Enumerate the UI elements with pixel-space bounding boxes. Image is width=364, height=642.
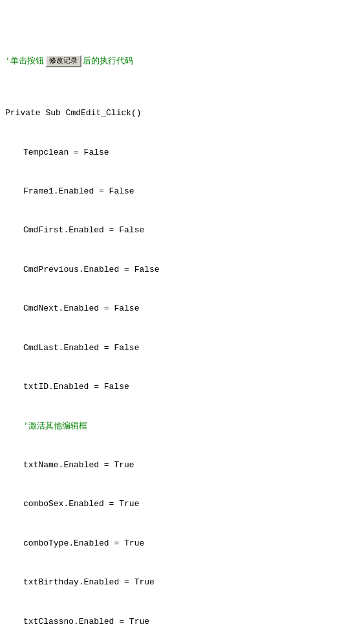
code-line: CmdFirst.Enabled = False [5, 224, 359, 237]
code-line: Private Sub CmdEdit_Click() [5, 107, 359, 120]
code-text: txtName.Enabled = True [23, 459, 134, 472]
comment-line-1: '单击按钮 修改记录 后的执行代码 [5, 55, 359, 68]
code-text: comboSex.Enabled = True [23, 498, 139, 511]
code-container: '单击按钮 修改记录 后的执行代码 Private Sub CmdEdit_Cl… [0, 0, 364, 642]
comment-line: '激活其他编辑框 [5, 420, 359, 433]
code-text: txtID.Enabled = False [23, 381, 129, 393]
code-line: CmdPrevious.Enabled = False [5, 263, 359, 276]
code-text: '激活其他编辑框 [23, 420, 87, 433]
code-text: Private Sub CmdEdit_Click() [5, 107, 142, 120]
edit-record-button[interactable]: 修改记录 [45, 55, 81, 67]
code-line: Tempclean = False [5, 146, 359, 159]
comment-suffix-1: 后的执行代码 [83, 55, 133, 68]
code-line: comboSex.Enabled = True [5, 498, 359, 511]
comment-prefix-1: '单击按钮 [5, 55, 44, 68]
code-line: comboType.Enabled = True [5, 537, 359, 550]
code-line: txtBirthday.Enabled = True [5, 576, 359, 589]
code-text: txtClassno.Enabled = True [23, 615, 149, 628]
code-line: txtName.Enabled = True [5, 459, 359, 472]
code-text: txtBirthday.Enabled = True [23, 576, 155, 589]
code-text: Frame1.Enabled = False [23, 185, 134, 198]
code-text: comboType.Enabled = True [23, 537, 144, 550]
code-line: txtClassno.Enabled = True [5, 615, 359, 628]
code-text: CmdLast.Enabled = False [23, 342, 139, 355]
code-line: Frame1.Enabled = False [5, 185, 359, 198]
code-line: txtID.Enabled = False [5, 381, 359, 393]
code-line: CmdLast.Enabled = False [5, 342, 359, 355]
code-text: CmdFirst.Enabled = False [23, 224, 144, 237]
code-text: CmdNext.Enabled = False [23, 302, 139, 315]
code-line: CmdNext.Enabled = False [5, 302, 359, 315]
code-text: CmdPrevious.Enabled = False [23, 263, 160, 276]
code-text: Tempclean = False [23, 146, 109, 159]
